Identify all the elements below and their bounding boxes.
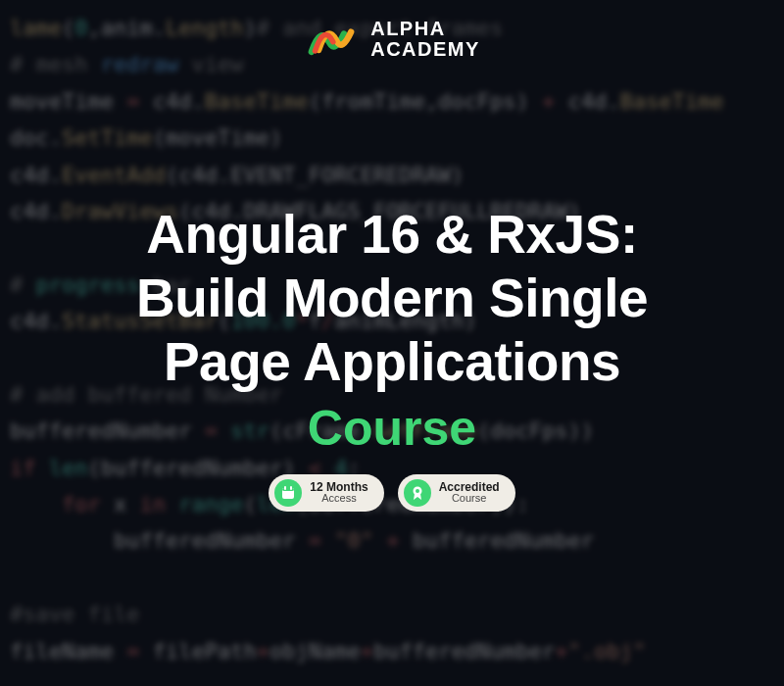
alpha-logo-icon (304, 18, 359, 61)
badges-row: 12 Months Access Accredited Course (136, 474, 648, 512)
title-line-1: Angular 16 & RxJS: (136, 203, 648, 267)
badge-access-text: 12 Months Access (310, 481, 368, 505)
logo-line1: ALPHA (370, 19, 480, 39)
calendar-icon (274, 479, 302, 507)
svg-point-5 (416, 489, 419, 493)
badge-access: 12 Months Access (269, 474, 383, 512)
title-line-2: Build Modern Single (136, 267, 648, 330)
logo-line2: ACADEMY (370, 39, 480, 60)
ribbon-icon (404, 479, 431, 507)
title-line-3: Page Applications (136, 330, 648, 394)
svg-rect-2 (284, 486, 286, 490)
badge-accredited: Accredited Course (398, 474, 515, 512)
svg-rect-3 (290, 486, 292, 490)
badge-accredited-sub: Course (439, 493, 500, 505)
content-layer: ALPHA ACADEMY Angular 16 & RxJS: Build M… (0, 0, 784, 686)
course-title: Angular 16 & RxJS: Build Modern Single P… (136, 203, 648, 394)
title-block: Angular 16 & RxJS: Build Modern Single P… (117, 203, 667, 512)
logo: ALPHA ACADEMY (304, 18, 480, 61)
svg-rect-1 (282, 488, 294, 491)
course-subtitle: Course (136, 400, 648, 457)
logo-text: ALPHA ACADEMY (370, 19, 480, 60)
badge-accredited-text: Accredited Course (439, 481, 500, 505)
badge-access-sub: Access (310, 493, 368, 505)
